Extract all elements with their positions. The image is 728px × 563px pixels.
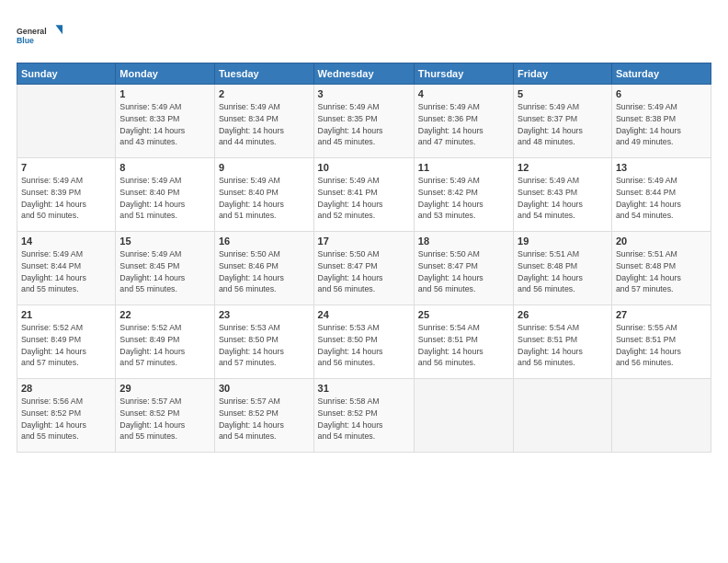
calendar-cell: 11Sunrise: 5:49 AM Sunset: 8:42 PM Dayli…: [414, 158, 513, 232]
day-info: Sunrise: 5:54 AM Sunset: 8:51 PM Dayligh…: [418, 322, 509, 369]
day-info: Sunrise: 5:54 AM Sunset: 8:51 PM Dayligh…: [518, 322, 608, 369]
calendar-cell: 8Sunrise: 5:49 AM Sunset: 8:40 PM Daylig…: [116, 158, 215, 232]
calendar-cell: 9Sunrise: 5:49 AM Sunset: 8:40 PM Daylig…: [214, 158, 313, 232]
calendar-cell: 26Sunrise: 5:54 AM Sunset: 8:51 PM Dayli…: [514, 305, 612, 379]
calendar-cell: 17Sunrise: 5:50 AM Sunset: 8:47 PM Dayli…: [313, 232, 414, 305]
calendar-cell: 1Sunrise: 5:49 AM Sunset: 8:33 PM Daylig…: [116, 85, 215, 158]
day-number: 6: [616, 88, 707, 99]
calendar-cell: 25Sunrise: 5:54 AM Sunset: 8:51 PM Dayli…: [414, 305, 513, 379]
calendar-header: SundayMondayTuesdayWednesdayThursdayFrid…: [17, 63, 711, 85]
day-info: Sunrise: 5:58 AM Sunset: 8:52 PM Dayligh…: [318, 396, 410, 442]
day-info: Sunrise: 5:49 AM Sunset: 8:39 PM Dayligh…: [21, 175, 111, 222]
calendar-cell: [414, 379, 513, 453]
calendar-cell: 15Sunrise: 5:49 AM Sunset: 8:45 PM Dayli…: [116, 232, 215, 305]
day-info: Sunrise: 5:57 AM Sunset: 8:52 PM Dayligh…: [219, 396, 310, 442]
calendar-cell: 5Sunrise: 5:49 AM Sunset: 8:37 PM Daylig…: [514, 85, 612, 158]
calendar-cell: 16Sunrise: 5:50 AM Sunset: 8:46 PM Dayli…: [214, 232, 313, 305]
calendar-cell: 10Sunrise: 5:49 AM Sunset: 8:41 PM Dayli…: [313, 158, 414, 232]
calendar-cell: 24Sunrise: 5:53 AM Sunset: 8:50 PM Dayli…: [313, 305, 414, 379]
logo-svg: General Blue: [17, 17, 63, 55]
calendar-cell: 18Sunrise: 5:50 AM Sunset: 8:47 PM Dayli…: [414, 232, 513, 305]
calendar-cell: 12Sunrise: 5:49 AM Sunset: 8:43 PM Dayli…: [514, 158, 612, 232]
calendar-cell: 22Sunrise: 5:52 AM Sunset: 8:49 PM Dayli…: [116, 305, 215, 379]
logo: General Blue: [17, 17, 63, 55]
day-number: 11: [418, 162, 509, 173]
calendar-cell: 23Sunrise: 5:53 AM Sunset: 8:50 PM Dayli…: [214, 305, 313, 379]
day-info: Sunrise: 5:52 AM Sunset: 8:49 PM Dayligh…: [21, 322, 111, 369]
day-info: Sunrise: 5:51 AM Sunset: 8:48 PM Dayligh…: [518, 248, 608, 295]
day-number: 21: [21, 309, 111, 320]
day-number: 9: [219, 162, 310, 173]
header: General Blue: [17, 17, 711, 55]
calendar-cell: 27Sunrise: 5:55 AM Sunset: 8:51 PM Dayli…: [611, 305, 711, 379]
day-info: Sunrise: 5:53 AM Sunset: 8:50 PM Dayligh…: [219, 322, 310, 369]
weekday-header-row: SundayMondayTuesdayWednesdayThursdayFrid…: [17, 63, 711, 85]
day-info: Sunrise: 5:49 AM Sunset: 8:44 PM Dayligh…: [616, 175, 707, 222]
calendar-cell: 4Sunrise: 5:49 AM Sunset: 8:36 PM Daylig…: [414, 85, 513, 158]
day-info: Sunrise: 5:49 AM Sunset: 8:41 PM Dayligh…: [318, 175, 410, 222]
day-info: Sunrise: 5:50 AM Sunset: 8:47 PM Dayligh…: [318, 248, 410, 295]
calendar-week-row: 7Sunrise: 5:49 AM Sunset: 8:39 PM Daylig…: [17, 158, 711, 232]
day-number: 20: [616, 236, 707, 247]
day-number: 29: [119, 383, 210, 394]
day-info: Sunrise: 5:49 AM Sunset: 8:34 PM Dayligh…: [219, 101, 310, 148]
day-info: Sunrise: 5:55 AM Sunset: 8:51 PM Dayligh…: [616, 322, 707, 369]
calendar-week-row: 28Sunrise: 5:56 AM Sunset: 8:52 PM Dayli…: [17, 379, 711, 453]
calendar-week-row: 1Sunrise: 5:49 AM Sunset: 8:33 PM Daylig…: [17, 85, 711, 158]
weekday-header: Monday: [116, 63, 215, 85]
day-number: 5: [518, 88, 608, 99]
day-info: Sunrise: 5:49 AM Sunset: 8:42 PM Dayligh…: [418, 175, 509, 222]
day-number: 7: [21, 162, 111, 173]
day-info: Sunrise: 5:49 AM Sunset: 8:35 PM Dayligh…: [318, 101, 410, 148]
calendar-week-row: 21Sunrise: 5:52 AM Sunset: 8:49 PM Dayli…: [17, 305, 711, 379]
day-info: Sunrise: 5:53 AM Sunset: 8:50 PM Dayligh…: [318, 322, 410, 369]
day-number: 10: [318, 162, 410, 173]
day-number: 13: [616, 162, 707, 173]
svg-marker-2: [56, 25, 63, 34]
day-info: Sunrise: 5:51 AM Sunset: 8:48 PM Dayligh…: [616, 248, 707, 295]
weekday-header: Wednesday: [313, 63, 414, 85]
calendar-cell: 3Sunrise: 5:49 AM Sunset: 8:35 PM Daylig…: [313, 85, 414, 158]
day-number: 8: [119, 162, 210, 173]
day-info: Sunrise: 5:49 AM Sunset: 8:45 PM Dayligh…: [119, 248, 210, 295]
day-number: 27: [616, 309, 707, 320]
day-number: 2: [219, 88, 310, 99]
day-number: 1: [119, 88, 210, 99]
calendar-cell: 28Sunrise: 5:56 AM Sunset: 8:52 PM Dayli…: [17, 379, 116, 453]
day-info: Sunrise: 5:49 AM Sunset: 8:44 PM Dayligh…: [21, 248, 111, 295]
day-number: 26: [518, 309, 608, 320]
calendar-cell: 21Sunrise: 5:52 AM Sunset: 8:49 PM Dayli…: [17, 305, 116, 379]
day-info: Sunrise: 5:49 AM Sunset: 8:36 PM Dayligh…: [418, 101, 509, 148]
day-number: 3: [318, 88, 410, 99]
day-number: 17: [318, 236, 410, 247]
page: General Blue SundayMondayTuesdayWednesda…: [0, 0, 728, 563]
day-info: Sunrise: 5:56 AM Sunset: 8:52 PM Dayligh…: [21, 396, 111, 442]
calendar-table: SundayMondayTuesdayWednesdayThursdayFrid…: [17, 63, 711, 453]
day-number: 23: [219, 309, 310, 320]
calendar-cell: 31Sunrise: 5:58 AM Sunset: 8:52 PM Dayli…: [313, 379, 414, 453]
calendar-cell: 20Sunrise: 5:51 AM Sunset: 8:48 PM Dayli…: [611, 232, 711, 305]
day-number: 14: [21, 236, 111, 247]
calendar-cell: 2Sunrise: 5:49 AM Sunset: 8:34 PM Daylig…: [214, 85, 313, 158]
calendar-body: 1Sunrise: 5:49 AM Sunset: 8:33 PM Daylig…: [17, 85, 711, 453]
calendar-cell: 30Sunrise: 5:57 AM Sunset: 8:52 PM Dayli…: [214, 379, 313, 453]
svg-text:General: General: [17, 27, 47, 36]
day-number: 4: [418, 88, 509, 99]
day-number: 30: [219, 383, 310, 394]
weekday-header: Friday: [514, 63, 612, 85]
calendar-cell: 14Sunrise: 5:49 AM Sunset: 8:44 PM Dayli…: [17, 232, 116, 305]
calendar-week-row: 14Sunrise: 5:49 AM Sunset: 8:44 PM Dayli…: [17, 232, 711, 305]
svg-text:Blue: Blue: [17, 36, 34, 45]
day-number: 22: [119, 309, 210, 320]
day-info: Sunrise: 5:50 AM Sunset: 8:47 PM Dayligh…: [418, 248, 509, 295]
day-info: Sunrise: 5:49 AM Sunset: 8:40 PM Dayligh…: [219, 175, 310, 222]
day-number: 12: [518, 162, 608, 173]
calendar-cell: [514, 379, 612, 453]
calendar-cell: 6Sunrise: 5:49 AM Sunset: 8:38 PM Daylig…: [611, 85, 711, 158]
weekday-header: Thursday: [414, 63, 513, 85]
day-number: 15: [119, 236, 210, 247]
day-number: 25: [418, 309, 509, 320]
day-info: Sunrise: 5:49 AM Sunset: 8:43 PM Dayligh…: [518, 175, 608, 222]
day-number: 31: [318, 383, 410, 394]
weekday-header: Tuesday: [214, 63, 313, 85]
